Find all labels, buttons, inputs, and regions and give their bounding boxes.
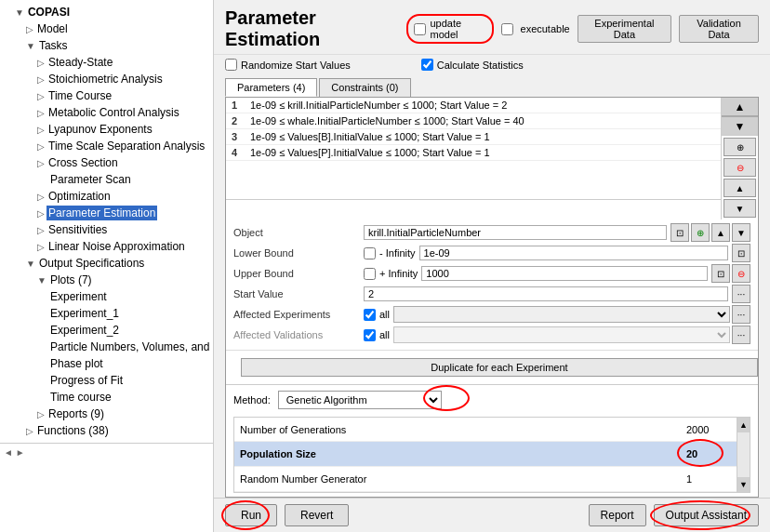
calc-stats-checkbox[interactable]: [421, 59, 433, 71]
scan-value-population: 20: [681, 442, 737, 467]
sidebar-item-output-specs[interactable]: ▼ Output Specifications: [0, 255, 213, 272]
method-label: Method:: [233, 394, 271, 406]
sidebar-item-experiment2[interactable]: Experiment_2: [0, 322, 213, 339]
lower-browse-button[interactable]: ⊡: [732, 244, 750, 262]
sidebar-item-functions[interactable]: ▷ Functions (38): [0, 422, 213, 439]
sidebar-item-plots[interactable]: ▼ Plots (7): [0, 272, 213, 288]
param-num-3: 3: [226, 129, 245, 145]
calc-stats-label: Calculate Statistics: [437, 60, 524, 71]
sidebar-item-steady-state[interactable]: ▷ Steady-State: [0, 54, 213, 71]
param-row-3[interactable]: 3 1e-09 ≤ Values[B].InitialValue ≤ 1000;…: [226, 129, 721, 145]
object-field-row: Object ⊡ ⊕ ▲ ▼: [233, 223, 750, 242]
copasi-arrow: ▼: [0, 7, 24, 18]
sidebar-item-parameter-scan[interactable]: Parameter Scan: [0, 171, 213, 188]
sidebar-item-experiment1[interactable]: Experiment_1: [0, 305, 213, 322]
param-row-2[interactable]: 2 1e-09 ≤ whale.InitialParticleNumber ≤ …: [226, 113, 721, 129]
sidebar-item-reports[interactable]: ▷ Reports (9): [0, 406, 213, 422]
tab-bar: Parameters (4) Constraints (0): [214, 74, 770, 97]
affected-exp-checkbox[interactable]: [364, 309, 376, 321]
lower-bound-label: Lower Bound: [233, 247, 364, 259]
sidebar-item-phase-plot[interactable]: Phase plot: [0, 355, 213, 372]
duplicate-button[interactable]: Duplicate for each Experiment: [241, 358, 758, 377]
randomize-checkbox[interactable]: [225, 59, 237, 71]
validation-data-button[interactable]: Validation Data: [679, 15, 759, 43]
start-value-input[interactable]: [364, 286, 728, 301]
params-scroll[interactable]: 1 1e-09 ≤ krill.InitialParticleNumber ≤ …: [226, 98, 721, 200]
affected-exp-row: Affected Experiments all ···: [233, 305, 750, 324]
lower-bound-input[interactable]: [419, 246, 728, 260]
scroll-up-btn[interactable]: ▲: [722, 98, 758, 116]
experimental-data-button[interactable]: Experimental Data: [578, 15, 671, 43]
output-assistant-button[interactable]: Output Assistant: [654, 504, 759, 526]
sidebar-item-stoichiometric[interactable]: ▷ Stoichiometric Analysis: [0, 71, 213, 87]
scan-row-generations[interactable]: Number of Generations 2000: [234, 418, 737, 442]
object-up-button[interactable]: ▲: [711, 223, 730, 242]
move-down-button[interactable]: ▼: [724, 199, 756, 218]
population-circle-annotation: [677, 439, 724, 467]
cs-arrow: ▷: [0, 158, 45, 168]
sidebar-item-sensitivities[interactable]: ▷ Sensitivities: [0, 221, 213, 238]
upper-browse-button[interactable]: ⊡: [711, 264, 730, 283]
sidebar-item-particle-numbers[interactable]: Particle Numbers, Volumes, and: [0, 339, 213, 355]
sidebar-item-metabolic[interactable]: ▷ Metabolic Control Analysis: [0, 104, 213, 121]
add-param-button[interactable]: ⊕: [724, 138, 756, 156]
scan-scrollbar[interactable]: ▲ ▼: [737, 418, 750, 492]
lower-infinity-checkbox[interactable]: [364, 247, 376, 259]
upper-bound-input[interactable]: [421, 266, 708, 281]
report-button[interactable]: Report: [589, 504, 646, 526]
scroll-down-btn[interactable]: ▼: [722, 116, 758, 135]
upper-infinity-checkbox[interactable]: [364, 268, 376, 280]
sidebar-item-time-course[interactable]: ▷ Time Course: [0, 87, 213, 104]
object-down-button[interactable]: ▼: [732, 223, 750, 242]
executable-checkbox[interactable]: [501, 23, 513, 35]
sidebar-item-lyapunov[interactable]: ▷ Lyapunov Exponents: [0, 121, 213, 138]
scan-scroll-up[interactable]: ▲: [737, 418, 750, 432]
tab-parameters[interactable]: Parameters (4): [225, 78, 317, 97]
revert-button[interactable]: Revert: [285, 504, 349, 526]
sidebar-item-cross-section[interactable]: ▷ Cross Section: [0, 154, 213, 171]
object-input[interactable]: [364, 225, 667, 240]
sidebar-item-tasks[interactable]: ▼ Tasks: [0, 37, 213, 54]
sidebar-item-progress-fit[interactable]: Progress of Fit: [0, 372, 213, 389]
param-row-1[interactable]: 1 1e-09 ≤ krill.InitialParticleNumber ≤ …: [226, 98, 721, 113]
upper-bound-label: Upper Bound: [233, 268, 364, 279]
run-button[interactable]: Run: [225, 504, 277, 526]
affected-val-checkbox[interactable]: [364, 329, 376, 341]
lower-controls: ⊡: [732, 244, 750, 262]
sidebar-item-optimization[interactable]: ▷ Optimization: [0, 188, 213, 205]
affected-exp-btn[interactable]: ···: [732, 305, 750, 324]
object-add-button[interactable]: ⊕: [691, 223, 710, 242]
params-sidebar-controls: ▲ ▼ ⊕ ⊖ ▲ ▼: [721, 98, 758, 219]
upper-infinity-label: + Infinity: [379, 268, 418, 279]
sidebar-item-copasi[interactable]: ▼ COPASI: [0, 4, 213, 20]
scan-row-population[interactable]: Population Size 20: [234, 442, 737, 467]
move-up-button[interactable]: ▲: [724, 179, 756, 197]
sidebar-item-experiment[interactable]: Experiment: [0, 288, 213, 305]
param-row-4[interactable]: 4 1e-09 ≤ Values[P].InitialValue ≤ 1000;…: [226, 145, 721, 161]
sidebar-item-model[interactable]: ▷ Model: [0, 20, 213, 37]
scan-scroll-down[interactable]: ▼: [737, 477, 750, 492]
sidebar-item-timescale[interactable]: ▷ Time Scale Separation Analysis: [0, 138, 213, 154]
tab-constraints[interactable]: Constraints (0): [319, 78, 410, 97]
object-label: Object: [233, 227, 364, 238]
start-browse-button[interactable]: ···: [732, 285, 750, 303]
scan-row-rng[interactable]: Random Number Generator 1: [234, 467, 737, 492]
sidebar-label-ts: Time Scale Separation Analysis: [46, 139, 206, 153]
affected-val-btn[interactable]: ···: [732, 326, 750, 344]
sidebar-item-parameter-estimation[interactable]: ▷ Parameter Estimation: [0, 205, 213, 221]
scan-label-generations: Number of Generations: [234, 418, 681, 442]
affected-exp-label: Affected Experiments: [233, 309, 364, 320]
header-controls: update model executable Experimental Dat…: [406, 14, 759, 44]
sidebar-item-linear-noise[interactable]: ▷ Linear Noise Approximation: [0, 238, 213, 255]
affected-val-select[interactable]: [393, 326, 730, 343]
affected-exp-select[interactable]: [393, 306, 730, 323]
sidebar-label-tasks: Tasks: [37, 38, 70, 53]
sidebar-item-time-course2[interactable]: Time course: [0, 389, 213, 406]
remove-param-button[interactable]: ⊖: [724, 158, 756, 177]
object-browse-button[interactable]: ⊡: [670, 223, 689, 242]
method-select[interactable]: Genetic Algorithm Evolutionary Programmi…: [278, 391, 442, 409]
update-model-checkbox[interactable]: [414, 23, 426, 35]
method-section: Method: Genetic Algorithm Evolutionary P…: [226, 384, 758, 415]
upper-remove-button[interactable]: ⊖: [732, 264, 750, 283]
sidebar-label-copasi: COPASI: [26, 5, 72, 20]
